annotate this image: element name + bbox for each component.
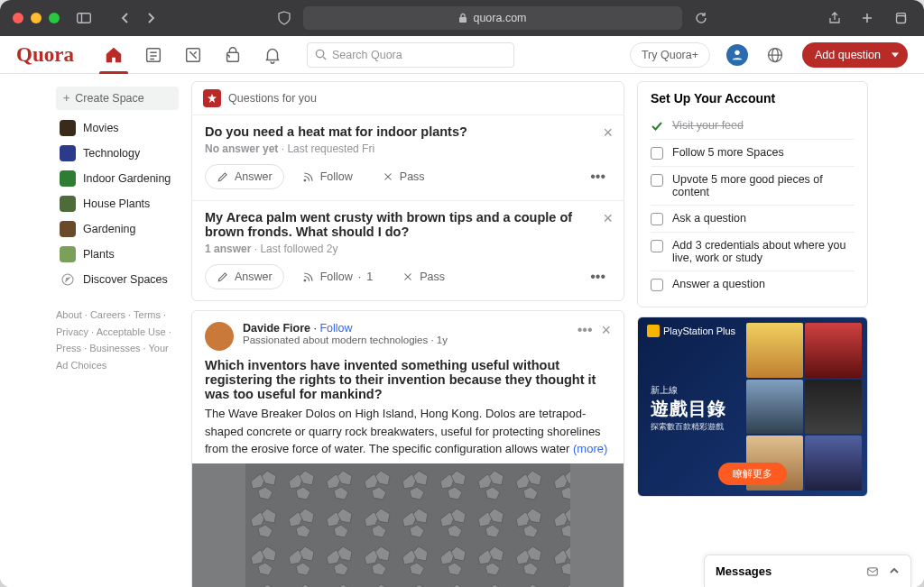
more-menu-icon[interactable]: ••• (585, 165, 611, 188)
nav-home-icon[interactable] (94, 36, 134, 74)
dismiss-question-0[interactable]: × (603, 124, 613, 141)
dismiss-question-1[interactable]: × (603, 210, 613, 226)
post-more-icon[interactable]: ••• (578, 322, 593, 351)
svg-point-14 (735, 50, 739, 54)
try-quora-plus-button[interactable]: Try Quora+ (630, 42, 710, 68)
space-icon (60, 221, 76, 237)
footer-link[interactable]: Terms (134, 309, 161, 320)
author-avatar[interactable] (205, 322, 234, 351)
reload-icon[interactable] (689, 8, 713, 28)
new-tab-icon[interactable] (855, 8, 879, 28)
author-name[interactable]: Davide Fiore (243, 322, 310, 335)
close-window[interactable] (13, 13, 23, 23)
read-more-link[interactable]: (more) (573, 442, 607, 455)
more-menu-icon[interactable]: ••• (585, 265, 611, 289)
footer-link[interactable]: Privacy (56, 326, 88, 337)
sidebar-item-technology[interactable]: Technology (56, 141, 179, 166)
footer-link[interactable]: Acceptable Use (97, 326, 166, 337)
nav-notifications-icon[interactable] (253, 36, 292, 74)
url-host: quora.com (473, 12, 526, 24)
svg-rect-0 (78, 14, 91, 23)
svg-rect-2 (459, 17, 467, 23)
pass-button[interactable]: Pass (391, 264, 456, 289)
follow-author-link[interactable]: Follow (319, 322, 352, 335)
x-icon (402, 271, 414, 283)
share-icon[interactable] (823, 8, 846, 28)
svg-line-13 (323, 57, 326, 60)
feed-column: Questions for you × Do you need a heat m… (191, 81, 624, 587)
url-bar[interactable]: quora.com (303, 6, 682, 30)
privacy-shield-icon[interactable] (273, 11, 296, 25)
space-icon (60, 196, 76, 212)
svg-rect-30 (868, 567, 878, 574)
post-close-icon[interactable]: × (601, 322, 611, 351)
pass-button[interactable]: Pass (371, 164, 436, 189)
ad-cta-button[interactable]: 瞭解更多 (718, 463, 787, 485)
sidebar-item-gardening[interactable]: Gardening (56, 216, 179, 242)
quora-logo[interactable]: Quora (16, 43, 74, 67)
plus-icon: + (63, 92, 69, 105)
sidebar-item-movies[interactable]: Movies (56, 115, 179, 141)
expand-messages-icon[interactable] (889, 565, 900, 578)
maximize-window[interactable] (49, 13, 60, 23)
question-title[interactable]: My Areca palm went crusty with brown tip… (205, 210, 611, 239)
setup-item[interactable]: Visit your feed (651, 113, 855, 139)
answer-button[interactable]: Answer (205, 164, 284, 189)
setup-item[interactable]: Answer a question (651, 271, 855, 298)
setup-item[interactable]: Upvote 5 more good pieces of content (651, 166, 855, 205)
post-title[interactable]: Which inventors have invented something … (192, 351, 624, 405)
footer-link[interactable]: About (56, 309, 82, 320)
question-title[interactable]: Do you need a heat mat for indoor plants… (205, 124, 611, 139)
nav-answer-icon[interactable] (173, 36, 213, 74)
minimize-window[interactable] (31, 13, 42, 23)
space-icon (60, 120, 76, 136)
search-placeholder: Search Quora (332, 49, 402, 61)
language-icon[interactable] (764, 44, 786, 66)
post-image[interactable] (192, 463, 624, 588)
pencil-icon (217, 170, 229, 183)
svg-rect-5 (896, 15, 905, 23)
setup-title: Set Up Your Account (651, 91, 855, 105)
nav-following-icon[interactable] (134, 36, 173, 74)
ad-banner[interactable]: PlayStation Plus 新上線 遊戲目錄 探索數百款精彩遊戲 (637, 316, 868, 497)
sidebar-toggle-icon[interactable] (72, 8, 96, 28)
answer-button[interactable]: Answer (205, 264, 284, 289)
forward-button[interactable] (139, 8, 162, 28)
svg-marker-20 (208, 94, 217, 103)
search-input[interactable]: Search Quora (307, 42, 514, 68)
footer-link[interactable]: Press (56, 343, 81, 353)
follow-button[interactable]: Follow · 1 (291, 264, 384, 289)
right-sidebar: Set Up Your Account Visit your feedFollo… (637, 81, 868, 587)
footer-link[interactable]: Careers (90, 309, 125, 320)
new-message-icon[interactable] (865, 565, 880, 578)
window-controls (13, 13, 60, 23)
setup-item[interactable]: Add 3 credentials about where you live, … (651, 232, 855, 271)
x-icon (382, 170, 394, 183)
add-question-button[interactable]: Add question (802, 42, 908, 68)
footer-link[interactable]: Businesses (89, 343, 140, 353)
setup-item[interactable]: Follow 5 more Spaces (651, 139, 855, 166)
nav-spaces-icon[interactable] (213, 36, 253, 74)
setup-item[interactable]: Ask a question (651, 205, 855, 232)
sidebar-item-house-plants[interactable]: House Plants (56, 191, 179, 216)
sidebar-item-plants[interactable]: Plants (56, 242, 179, 267)
sidebar-item-indoor-gardening[interactable]: Indoor Gardening (56, 166, 179, 191)
checkbox-icon (651, 279, 663, 291)
tabs-icon[interactable] (888, 8, 911, 28)
svg-rect-11 (226, 52, 238, 61)
checkbox-icon (651, 147, 663, 160)
svg-rect-28 (245, 463, 570, 588)
back-button[interactable] (114, 8, 137, 28)
create-space-button[interactable]: + Create Space (56, 87, 179, 110)
checkbox-icon (651, 213, 663, 225)
space-icon (60, 246, 76, 262)
question-card-0: × Do you need a heat mat for indoor plan… (192, 115, 624, 200)
sidebar-item-discover-spaces[interactable]: Discover Spaces (56, 267, 179, 292)
footer-links: About · Careers · Terms · Privacy · Acce… (56, 307, 179, 374)
follow-button[interactable]: Follow (291, 164, 364, 189)
svg-point-12 (316, 50, 323, 57)
messages-drawer[interactable]: Messages (704, 555, 911, 587)
user-avatar[interactable] (726, 44, 748, 66)
checkmark-icon (651, 120, 663, 133)
checkbox-icon (651, 174, 663, 187)
